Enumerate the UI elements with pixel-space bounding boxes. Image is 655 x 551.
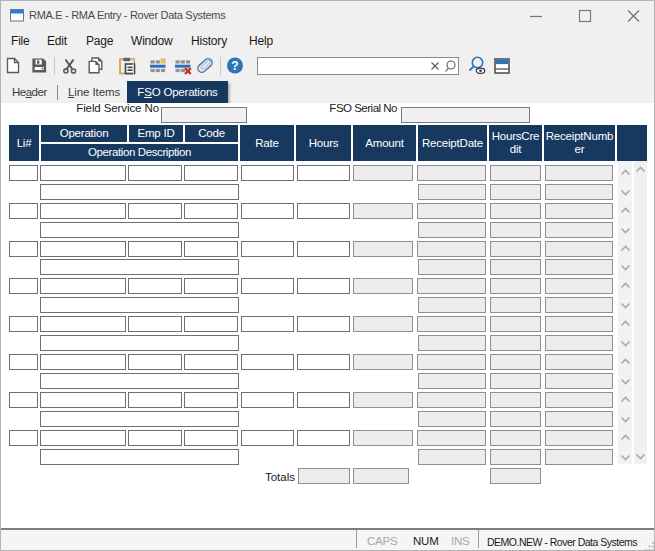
svg-text:?: ? [231, 59, 238, 73]
